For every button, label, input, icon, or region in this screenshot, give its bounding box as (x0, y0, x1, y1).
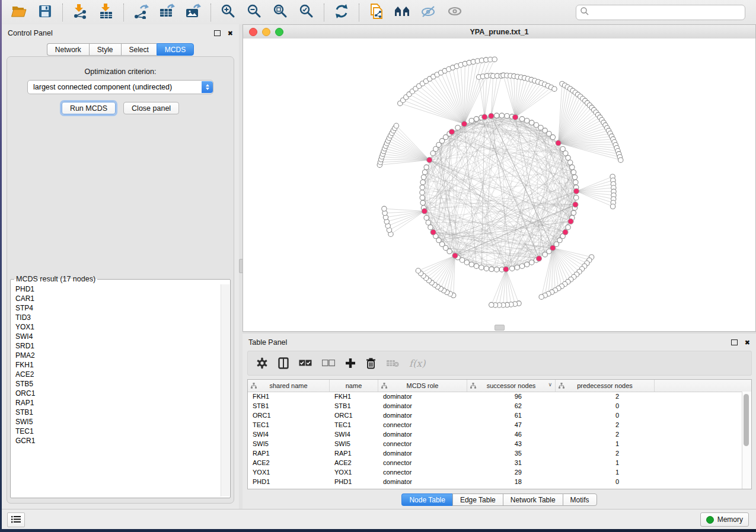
mcds-node[interactable] (536, 256, 541, 261)
network-node[interactable] (469, 262, 474, 267)
network-node[interactable] (479, 265, 484, 270)
open-session-button[interactable] (9, 4, 28, 21)
network-node[interactable] (550, 134, 555, 139)
network-node[interactable] (571, 169, 576, 174)
mcds-result-item[interactable]: STP4 (11, 303, 221, 313)
network-node[interactable] (420, 195, 425, 200)
network-node[interactable] (420, 190, 425, 195)
network-node[interactable] (428, 225, 433, 229)
hide-selected-button[interactable] (419, 4, 438, 21)
table-tab-edge-table[interactable]: Edge Table (452, 493, 503, 506)
network-node[interactable] (566, 155, 570, 160)
mcds-node[interactable] (482, 114, 487, 120)
criterion-dropdown[interactable]: largest connected component (undirected) (27, 80, 213, 94)
show-all-button[interactable] (445, 4, 464, 21)
mcds-result-item[interactable]: CAR1 (11, 294, 221, 303)
table-scrollbar-thumb[interactable] (744, 394, 749, 446)
mcds-node[interactable] (449, 129, 454, 134)
mcds-result-item[interactable]: PHD1 (11, 284, 221, 294)
network-node[interactable] (566, 225, 570, 229)
network-node[interactable] (610, 204, 615, 209)
tab-network[interactable]: Network (47, 43, 89, 56)
network-node[interactable] (567, 160, 572, 165)
network-node[interactable] (424, 215, 429, 220)
network-node[interactable] (570, 165, 575, 169)
table-row[interactable]: TEC1TEC1connector472 (248, 420, 742, 430)
network-canvas[interactable] (243, 39, 755, 331)
network-node[interactable] (505, 113, 509, 118)
export-image-button[interactable] (184, 4, 203, 21)
close-panel-icon[interactable]: ✖ (745, 339, 750, 346)
network-node[interactable] (499, 113, 504, 118)
export-network-button[interactable] (132, 4, 151, 21)
network-node[interactable] (494, 113, 499, 118)
network-node[interactable] (529, 120, 534, 125)
mcds-node[interactable] (556, 140, 561, 146)
deselect-all-checkbox-icon[interactable] (322, 360, 335, 367)
network-node[interactable] (571, 210, 576, 215)
refresh-button[interactable] (332, 4, 351, 21)
export-table-button[interactable] (158, 4, 177, 21)
settings-gear-icon[interactable] (256, 357, 268, 369)
network-node[interactable] (426, 220, 430, 225)
network-node[interactable] (563, 151, 568, 156)
mcds-result-item[interactable]: SWI5 (11, 417, 221, 427)
float-panel-icon[interactable] (731, 339, 738, 345)
network-node[interactable] (494, 267, 499, 272)
column-header-MCDS-role[interactable]: MCDS role (378, 380, 467, 392)
table-row[interactable]: SWI4SWI4dominator462 (248, 430, 742, 439)
mcds-node[interactable] (563, 229, 568, 235)
search-input[interactable] (589, 8, 741, 17)
column-header-name[interactable]: name (330, 380, 378, 392)
mcds-result-item[interactable]: SRD1 (11, 341, 221, 351)
network-node[interactable] (519, 117, 524, 121)
network-node[interactable] (474, 117, 479, 121)
network-node[interactable] (539, 294, 544, 299)
horizontal-splitter-handle[interactable] (495, 325, 505, 331)
column-header-predecessor-nodes[interactable]: predecessor nodes (556, 380, 655, 392)
network-node[interactable] (422, 169, 427, 174)
network-node[interactable] (552, 86, 557, 91)
table-scrollbar[interactable] (742, 392, 751, 489)
close-panel-icon[interactable]: ✖ (228, 30, 233, 37)
first-neighbors-button[interactable] (393, 4, 412, 21)
mcds-result-item[interactable]: STB5 (11, 379, 221, 389)
table-tab-node-table[interactable]: Node Table (401, 493, 452, 506)
save-session-button[interactable] (36, 4, 55, 21)
network-node[interactable] (618, 158, 623, 162)
network-titlebar[interactable]: YPA_prune.txt_1 (243, 25, 755, 39)
mcds-node[interactable] (568, 219, 573, 224)
table-row[interactable]: ORC1ORC1dominator610 (248, 411, 742, 420)
mcds-result-item[interactable]: FKH1 (11, 360, 221, 370)
mcds-result-list[interactable]: PHD1CAR1STP4TID3YOX1SWI4SRD1PMA2FKH1ACE2… (11, 284, 221, 496)
network-node[interactable] (420, 185, 425, 190)
mcds-node[interactable] (503, 267, 509, 272)
mcds-node[interactable] (452, 253, 458, 258)
network-node[interactable] (525, 262, 529, 267)
network-node[interactable] (543, 252, 547, 257)
table-row[interactable]: PHD1PHD1dominator180 (248, 477, 742, 486)
tab-select[interactable]: Select (121, 43, 157, 56)
mcds-node[interactable] (427, 157, 432, 162)
zoom-in-button[interactable] (219, 4, 238, 21)
tab-style[interactable]: Style (89, 43, 121, 56)
zoom-out-button[interactable] (245, 4, 264, 21)
network-node[interactable] (469, 118, 474, 123)
delete-row-icon[interactable] (366, 357, 376, 369)
mcds-node[interactable] (573, 188, 579, 194)
mcds-result-item[interactable]: STB1 (11, 408, 221, 417)
network-node[interactable] (484, 266, 489, 271)
table-tab-motifs[interactable]: Motifs (563, 493, 597, 506)
network-node[interactable] (474, 264, 479, 268)
table-row[interactable]: STB1STB1dominator620 (248, 401, 742, 411)
zoom-selected-button[interactable] (297, 4, 316, 21)
network-node[interactable] (534, 123, 538, 127)
mcds-result-item[interactable]: RAP1 (11, 398, 221, 408)
table-row[interactable]: RAP1RAP1dominator352 (248, 448, 742, 458)
mcds-result-item[interactable]: ORC1 (11, 389, 221, 398)
network-node[interactable] (382, 206, 387, 211)
mcds-node[interactable] (430, 229, 436, 235)
task-history-button[interactable] (7, 512, 25, 527)
network-node[interactable] (572, 175, 577, 180)
tab-mcds[interactable]: MCDS (157, 43, 194, 56)
